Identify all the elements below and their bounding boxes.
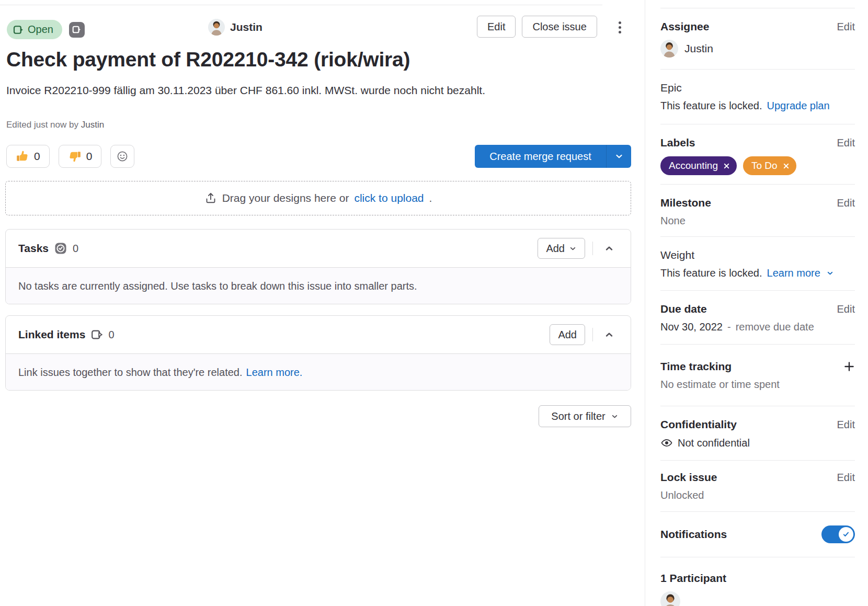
merge-request-dropdown-button[interactable] — [606, 145, 631, 168]
emoji-picker-button[interactable] — [110, 145, 134, 168]
add-time-entry-button[interactable] — [843, 361, 855, 372]
plus-icon — [843, 361, 855, 372]
more-actions-icon — [619, 21, 621, 24]
edited-by-name: Justin — [81, 120, 104, 130]
edit-button[interactable]: Edit — [477, 16, 516, 38]
thumbs-down-icon — [68, 150, 82, 163]
assignee-avatar — [660, 40, 678, 58]
author-avatar — [208, 19, 225, 36]
task-check-icon — [54, 242, 67, 255]
sidebar-section-time-tracking: Time tracking No estimate or time spent — [660, 345, 855, 406]
milestone-value: None — [660, 215, 855, 227]
labels-edit-button[interactable]: Edit — [837, 137, 855, 149]
weight-title: Weight — [660, 249, 694, 261]
close-x-icon — [723, 162, 730, 170]
due-date-edit-button[interactable]: Edit — [837, 303, 855, 315]
gitlab-issue-page: Open Justin Edit Close — [0, 0, 868, 606]
thumbs-down-count: 0 — [86, 150, 93, 163]
emoji-smiley-icon — [116, 150, 129, 163]
check-icon — [842, 530, 850, 539]
label-pill-accounting[interactable]: Accounting — [660, 156, 737, 175]
assignee-edit-button[interactable]: Edit — [837, 21, 855, 33]
tasks-collapse-button[interactable] — [600, 239, 618, 257]
weight-learn-more-link[interactable]: Learn more — [767, 267, 820, 279]
divider — [592, 242, 593, 255]
thumbs-up-icon — [16, 150, 29, 163]
chevron-up-icon — [604, 243, 614, 254]
linked-items-collapse-button[interactable] — [600, 326, 618, 344]
issue-status-group: Open — [7, 20, 85, 39]
issue-open-icon — [13, 25, 24, 35]
thumbs-up-button[interactable]: 0 — [6, 145, 50, 168]
chevron-up-icon — [604, 329, 614, 340]
assignee-user[interactable]: Justin — [660, 40, 855, 58]
chevron-down-icon — [614, 152, 624, 161]
remove-label-button[interactable] — [782, 162, 790, 170]
time-tracking-title: Time tracking — [660, 360, 732, 373]
linked-issue-icon — [91, 329, 102, 340]
divider — [592, 328, 593, 341]
linked-items-learn-more-link[interactable]: Learn more. — [246, 367, 303, 379]
linked-items-title: Linked items — [18, 328, 85, 341]
sidebar-section-labels: Labels Edit Accounting To Do — [660, 124, 855, 185]
award-emoji-row: 0 0 — [6, 145, 134, 168]
confidentiality-title: Confidentiality — [660, 418, 737, 431]
tasks-empty-state: No tasks are currently assigned. Use tas… — [6, 267, 631, 304]
eye-icon — [660, 437, 673, 449]
sidebar-section-weight: Weight This feature is locked. Learn mor… — [660, 237, 855, 291]
tasks-title: Tasks — [18, 242, 49, 255]
time-tracking-value: No estimate or time spent — [660, 379, 855, 391]
sidebar-section-notifications: Notifications — [660, 512, 855, 557]
close-x-icon — [782, 162, 790, 170]
create-merge-request-split: Create merge request — [475, 145, 631, 168]
upload-link[interactable]: click to upload — [354, 192, 424, 204]
more-actions-button[interactable] — [610, 17, 629, 38]
chevron-down-icon — [611, 413, 619, 420]
thumbs-down-button[interactable]: 0 — [59, 145, 102, 168]
assignee-title: Assignee — [660, 20, 709, 33]
design-dropzone[interactable]: Drag your designs here or click to uploa… — [5, 181, 631, 215]
status-badge: Open — [7, 20, 62, 39]
lock-issue-value: Unlocked — [660, 489, 855, 501]
issue-description: Invoice R202210-999 fällig am 30.11.2023… — [6, 84, 623, 97]
linked-items-count: 0 — [108, 329, 114, 341]
edited-meta: Edited just now by Justin — [6, 120, 104, 130]
thumbs-up-count: 0 — [34, 150, 40, 163]
sidebar-section-confidentiality: Confidentiality Edit Not confidential — [660, 406, 855, 461]
issue-author[interactable]: Justin — [208, 19, 262, 36]
create-merge-request-button[interactable]: Create merge request — [475, 145, 606, 168]
participants-title: 1 Participant — [660, 572, 726, 584]
issue-main: Open Justin Edit Close — [0, 0, 631, 606]
sidebar-section-milestone: Milestone Edit None — [660, 185, 855, 237]
notifications-toggle[interactable] — [821, 525, 855, 543]
epic-title: Epic — [660, 82, 682, 94]
header-divider — [0, 5, 602, 5]
sidebar-divider — [645, 0, 645, 606]
linked-items-empty-state: Link issues together to show that they'r… — [6, 353, 631, 391]
sort-or-filter-button[interactable]: Sort or filter — [539, 405, 631, 427]
tasks-count: 0 — [73, 243, 78, 255]
participant-avatar[interactable] — [660, 591, 680, 606]
assignee-name: Justin — [684, 42, 713, 55]
label-pill-todo[interactable]: To Do — [743, 156, 796, 175]
header-actions: Edit Close issue — [477, 16, 597, 38]
linked-items-add-button[interactable]: Add — [550, 324, 585, 345]
remove-due-date-link[interactable]: remove due date — [736, 321, 814, 333]
confidentiality-edit-button[interactable]: Edit — [837, 419, 855, 431]
tasks-add-button[interactable]: Add — [538, 238, 585, 259]
sidebar-section-participants: 1 Participant — [660, 557, 855, 606]
sidebar-section-assignee: Assignee Edit Justin — [660, 8, 855, 70]
chevron-down-icon — [569, 245, 577, 253]
tasks-card: Tasks 0 Add — [5, 229, 631, 304]
remove-label-button[interactable] — [723, 162, 730, 170]
lock-issue-edit-button[interactable]: Edit — [837, 472, 855, 484]
upgrade-plan-link[interactable]: Upgrade plan — [767, 100, 830, 112]
labels-title: Labels — [660, 136, 695, 149]
label-pills: Accounting To Do — [660, 156, 855, 175]
issue-title: Check payment of R202210-342 (riok/wira) — [6, 48, 623, 71]
status-label: Open — [28, 24, 53, 36]
milestone-edit-button[interactable]: Edit — [837, 197, 855, 209]
due-date-title: Due date — [660, 303, 707, 315]
issue-type-icon — [69, 22, 85, 38]
close-issue-button[interactable]: Close issue — [522, 16, 597, 38]
